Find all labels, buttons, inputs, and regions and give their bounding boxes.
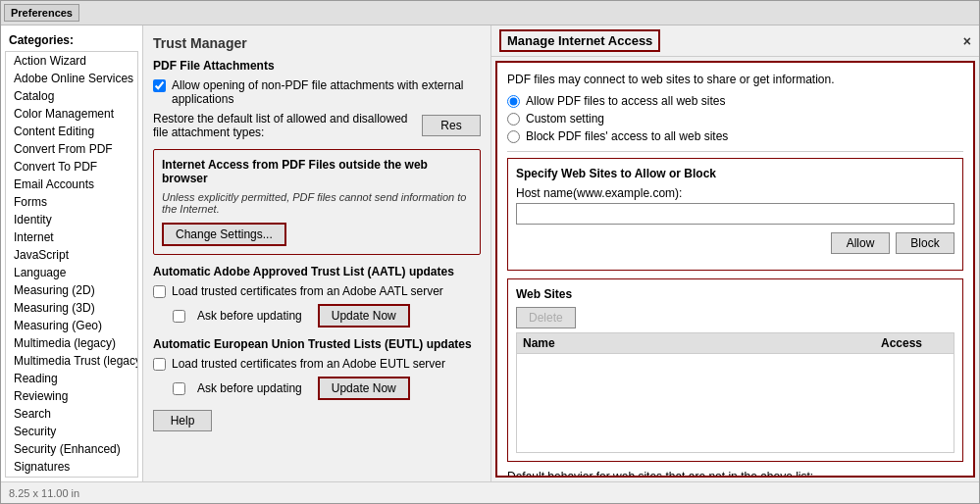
manage-title: Manage Internet Access — [499, 29, 660, 52]
aatl-ask-label: Ask before updating — [197, 309, 302, 323]
close-icon[interactable]: × — [963, 33, 971, 49]
aatl-title: Automatic Adobe Approved Trust List (AAT… — [153, 265, 481, 278]
sidebar-item-measuring-geo[interactable]: Measuring (Geo) — [6, 317, 137, 334]
aatl-load-label: Load trusted certificates from an Adobe … — [172, 284, 443, 298]
allow-block-row: Allow Block — [516, 232, 954, 254]
allow-opening-label: Allow opening of non-PDF file attachment… — [172, 78, 481, 106]
radio-row-allow-all: Allow PDF files to access all web sites — [507, 94, 963, 108]
sidebar-item-multimedia-legacy[interactable]: Multimedia (legacy) — [6, 334, 137, 352]
radio-label-block-all: Block PDF files' access to all web sites — [526, 129, 728, 143]
trust-manager-panel: Trust Manager PDF File Attachments Allow… — [143, 25, 491, 481]
manage-title-bar: Manage Internet Access × — [491, 25, 979, 57]
access-column-header: Access — [875, 333, 954, 353]
sidebar-item-identity[interactable]: Identity — [6, 211, 137, 228]
internet-section-title: Internet Access from PDF Files outside t… — [162, 158, 472, 185]
sidebar-item-catalog[interactable]: Catalog — [6, 87, 137, 105]
help-button[interactable]: Help — [153, 410, 212, 431]
default-behavior-section: Default behavior for web sites that are … — [507, 470, 963, 478]
eutl-ask-checkbox[interactable] — [173, 382, 185, 395]
pdf-attachments-title: PDF File Attachments — [153, 59, 481, 73]
table-rows — [517, 354, 954, 452]
eutl-load-label: Load trusted certificates from an Adobe … — [172, 357, 445, 371]
right-panel-area: PDF files may connect to web sites to sh… — [495, 61, 975, 478]
radio-row-custom: Custom setting — [507, 112, 963, 126]
right-container: Manage Internet Access × PDF files may c… — [491, 25, 979, 481]
default-behavior-title: Default behavior for web sites that are … — [507, 470, 963, 478]
manage-info-text: PDF files may connect to web sites to sh… — [507, 73, 963, 86]
sidebar-item-signatures[interactable]: Signatures — [6, 458, 137, 476]
aatl-ask-checkbox[interactable] — [173, 310, 185, 323]
sidebar-item-security-enhanced[interactable]: Security (Enhanced) — [6, 440, 137, 458]
sidebar-item-search[interactable]: Search — [6, 405, 137, 423]
radio-label-custom: Custom setting — [526, 112, 604, 126]
sidebar-item-spelling[interactable]: Spelling — [6, 476, 137, 478]
specify-title: Specify Web Sites to Allow or Block — [516, 167, 954, 180]
categories-label: Categories: — [1, 25, 142, 51]
sidebar-item-action-wizard[interactable]: Action Wizard — [6, 52, 137, 70]
main-content: Categories: Action WizardAdobe Online Se… — [1, 25, 979, 481]
web-sites-title: Web Sites — [516, 287, 954, 301]
eutl-update-now-button[interactable]: Update Now — [318, 377, 410, 400]
eutl-section: Automatic European Union Trusted Lists (… — [153, 337, 481, 400]
radio-allow-all[interactable] — [507, 95, 520, 108]
aatl-load-row: Load trusted certificates from an Adobe … — [153, 284, 481, 298]
internet-info-text: Unless explicitly permitted, PDF files c… — [162, 191, 472, 215]
eutl-update-row: Ask before updating Update Now — [173, 377, 481, 400]
sidebar-item-email-accounts[interactable]: Email Accounts — [6, 176, 137, 193]
sidebar-item-convert-from-pdf[interactable]: Convert From PDF — [6, 140, 137, 158]
allow-button[interactable]: Allow — [831, 232, 890, 254]
sidebar-item-multimedia-trust-legacy[interactable]: Multimedia Trust (legacy) — [6, 352, 137, 370]
allow-opening-checkbox[interactable] — [153, 79, 166, 92]
eutl-title: Automatic European Union Trusted Lists (… — [153, 337, 481, 351]
host-input[interactable] — [516, 203, 954, 225]
restore-row: Restore the default list of allowed and … — [153, 112, 481, 139]
sidebar-item-content-editing[interactable]: Content Editing — [6, 123, 137, 140]
delete-btn-row: Delete — [516, 307, 954, 328]
sidebar-item-measuring-3d[interactable]: Measuring (3D) — [6, 299, 137, 317]
host-row: Host name(www.example.com): — [516, 186, 954, 225]
sidebar-item-language[interactable]: Language — [6, 264, 137, 281]
radio-row-block-all: Block PDF files' access to all web sites — [507, 129, 963, 143]
aatl-update-now-button[interactable]: Update Now — [318, 304, 410, 328]
aatl-load-checkbox[interactable] — [153, 285, 166, 298]
pdf-attachments-section: PDF File Attachments Allow opening of no… — [153, 59, 481, 139]
divider-1 — [507, 151, 963, 152]
categories-panel: Categories: Action WizardAdobe Online Se… — [1, 25, 143, 481]
host-label: Host name(www.example.com): — [516, 186, 954, 200]
sidebar-item-internet[interactable]: Internet — [6, 228, 137, 246]
sidebar-item-forms[interactable]: Forms — [6, 193, 137, 211]
aatl-update-row: Ask before updating Update Now — [173, 304, 481, 328]
table-header: Name Access — [517, 333, 954, 354]
radio-block-all[interactable] — [507, 130, 520, 143]
sidebar-item-convert-to-pdf[interactable]: Convert To PDF — [6, 158, 137, 176]
eutl-load-checkbox[interactable] — [153, 358, 166, 371]
aatl-section: Automatic Adobe Approved Trust List (AAT… — [153, 265, 481, 328]
restore-label: Restore the default list of allowed and … — [153, 112, 422, 139]
preferences-window: Preferences Categories: Action WizardAdo… — [0, 0, 980, 504]
change-settings-button[interactable]: Change Settings... — [162, 223, 286, 246]
sidebar-item-measuring-2d[interactable]: Measuring (2D) — [6, 281, 137, 299]
sidebar-item-adobe-online-services[interactable]: Adobe Online Services — [6, 70, 137, 87]
categories-list[interactable]: Action WizardAdobe Online ServicesCatalo… — [5, 51, 138, 478]
sidebar-item-color-management[interactable]: Color Management — [6, 105, 137, 123]
specify-section: Specify Web Sites to Allow or Block Host… — [507, 158, 963, 271]
size-label: 8.25 x 11.00 in — [9, 487, 79, 499]
sidebar-item-reading[interactable]: Reading — [6, 370, 137, 387]
internet-access-section: Internet Access from PDF Files outside t… — [153, 149, 481, 255]
restore-button[interactable]: Res — [422, 115, 481, 136]
web-sites-section: Web Sites Delete Name Access — [507, 278, 963, 462]
trust-manager-title: Trust Manager — [153, 35, 481, 51]
name-column-header: Name — [517, 333, 875, 353]
sidebar-item-javascript[interactable]: JavaScript — [6, 246, 137, 264]
eutl-ask-label: Ask before updating — [197, 381, 302, 395]
block-button[interactable]: Block — [896, 232, 954, 254]
radio-custom[interactable] — [507, 113, 520, 126]
delete-button[interactable]: Delete — [516, 307, 576, 328]
sidebar-item-security[interactable]: Security — [6, 423, 137, 440]
allow-opening-row: Allow opening of non-PDF file attachment… — [153, 78, 481, 106]
eutl-load-row: Load trusted certificates from an Adobe … — [153, 357, 481, 371]
radio-label-allow-all: Allow PDF files to access all web sites — [526, 94, 725, 108]
status-bar: 8.25 x 11.00 in — [1, 481, 979, 503]
help-row: Help — [153, 410, 481, 431]
sidebar-item-reviewing[interactable]: Reviewing — [6, 387, 137, 405]
